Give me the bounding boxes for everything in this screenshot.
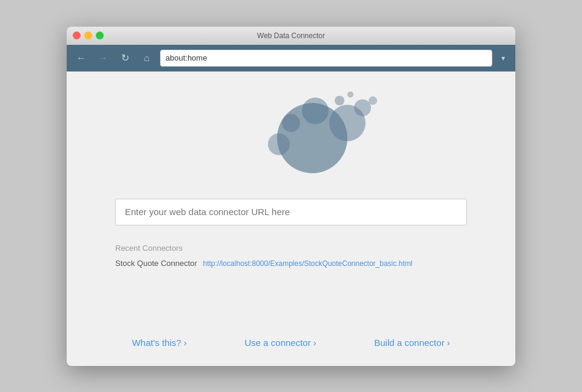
connector-url-input[interactable] [115, 199, 467, 225]
recent-item-url[interactable]: http://localhost:8000/Examples/StockQuot… [203, 259, 413, 268]
minimize-button[interactable] [84, 32, 92, 39]
svg-point-0 [335, 96, 344, 105]
main-content: Recent Connectors Stock Quote Connector … [67, 71, 515, 366]
bubbles-svg [194, 90, 388, 184]
forward-button[interactable]: → [95, 50, 112, 67]
home-button[interactable]: ⌂ [138, 50, 155, 67]
svg-point-7 [369, 96, 377, 105]
address-bar[interactable] [160, 50, 492, 67]
svg-point-1 [347, 91, 353, 98]
toolbar: ← → ↻ ⌂ ▾ [67, 45, 515, 71]
window-controls [73, 32, 104, 39]
back-button[interactable]: ← [73, 50, 90, 67]
recent-item-name: Stock Quote Connector [115, 259, 197, 268]
forward-icon: → [98, 53, 108, 64]
use-connector-link[interactable]: Use a connector › [244, 337, 316, 348]
chevron-down-icon: ▾ [501, 54, 505, 62]
whats-this-link[interactable]: What's this? › [132, 337, 187, 348]
window-title: Web Data Connector [257, 32, 325, 40]
recent-connector-item: Stock Quote Connector http://localhost:8… [115, 259, 467, 268]
svg-point-6 [354, 99, 371, 116]
close-button[interactable] [73, 32, 81, 39]
refresh-icon: ↻ [121, 52, 129, 64]
url-dropdown-button[interactable]: ▾ [497, 50, 509, 67]
titlebar: Web Data Connector [67, 27, 515, 45]
svg-point-8 [268, 133, 290, 155]
bubble-illustration [91, 90, 491, 187]
app-window: Web Data Connector ← → ↻ ⌂ ▾ [67, 27, 515, 366]
recent-connectors-section: Recent Connectors Stock Quote Connector … [115, 244, 467, 268]
recent-connectors-title: Recent Connectors [115, 244, 467, 253]
connector-url-container [115, 199, 467, 225]
maximize-button[interactable] [96, 32, 104, 39]
build-connector-link[interactable]: Build a connector › [374, 337, 450, 348]
back-icon: ← [76, 53, 86, 64]
refresh-button[interactable]: ↻ [116, 50, 133, 67]
home-icon: ⌂ [144, 53, 150, 64]
bottom-links: What's this? › Use a connector › Build a… [67, 337, 515, 348]
